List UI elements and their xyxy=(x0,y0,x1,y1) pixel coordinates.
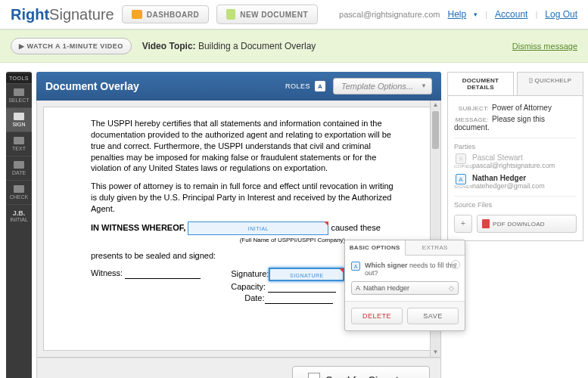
source-files-header: Source Files xyxy=(454,196,577,209)
sidebar: DOCUMENT DETAILS ⍰ QUICKHELP SUBJECT:Pow… xyxy=(447,72,583,378)
dismiss-link[interactable]: Dismiss message xyxy=(512,42,577,51)
title-bar: Document Overlay ROLESA Template Options… xyxy=(36,72,441,101)
tool-select[interactable]: SELECT xyxy=(6,83,32,107)
scroll-thumb[interactable] xyxy=(432,111,439,149)
signer-question: A Which signer needs to fill this out? xyxy=(351,262,459,277)
copied-badge-icon: ⎘ xyxy=(456,153,466,164)
capacity-line: Capacity: xyxy=(231,281,344,293)
logo: RightSignature xyxy=(11,6,114,23)
witness-line: Witness: xyxy=(91,268,201,304)
video-topic: Video Topic: Building a Document Overlay xyxy=(142,41,316,51)
dashboard-button[interactable]: DASHBOARD xyxy=(122,5,210,23)
tool-date[interactable]: DATE xyxy=(6,156,32,180)
doc-whereof-line: IN WITNESS WHEREOF, INITIAL caused these xyxy=(91,222,396,235)
pdf-icon xyxy=(482,219,490,228)
tab-quickhelp[interactable]: ⍰ QUICKHELP xyxy=(517,72,583,95)
party-row: ASIGNER Nathan Hedgernatehedger@gmail.co… xyxy=(454,174,577,190)
subject-value: Power of Attorney xyxy=(492,104,552,112)
signer-select[interactable]: ANathan Hedger◇ xyxy=(351,281,459,295)
signer-badge-icon: A xyxy=(456,174,466,184)
tool-sign[interactable]: SIGN xyxy=(6,107,32,132)
popup-tab-extras[interactable]: EXTRAS xyxy=(406,240,465,256)
watch-video-button[interactable]: ▶ WATCH A 1-MINUTE VIDEO xyxy=(11,38,132,54)
tab-document-details[interactable]: DOCUMENT DETAILS xyxy=(447,72,514,95)
signature-field[interactable]: SIGNATURE xyxy=(269,268,344,281)
parties-header: Parties xyxy=(454,138,577,150)
scroll-up-icon[interactable]: ▲ xyxy=(431,101,440,110)
account-link[interactable]: Account xyxy=(495,9,527,20)
date-line: Date: xyxy=(231,293,344,304)
template-options-dropdown[interactable]: Template Options... xyxy=(333,78,432,94)
tool-initial[interactable]: J.B.INITIAL xyxy=(6,204,32,227)
signature-line: Signature:SIGNATURE xyxy=(231,268,344,281)
save-button[interactable]: SAVE xyxy=(407,308,459,324)
new-document-button[interactable]: NEW DOCUMENT xyxy=(216,5,318,24)
logout-link[interactable]: Log Out xyxy=(545,9,577,20)
tool-text[interactable]: TEXT xyxy=(6,132,32,156)
footer: DRAG & DROP COMPONENTS FROM THE TOOLBAR … xyxy=(36,358,441,378)
signature-icon xyxy=(308,373,320,378)
scroll-down-icon[interactable]: ▼ xyxy=(431,348,440,357)
tool-check[interactable]: CHECK xyxy=(6,180,32,204)
role-badge-icon: A xyxy=(315,81,325,91)
pdf-download-button[interactable]: PDF DOWNLOAD xyxy=(477,215,577,233)
doc-paragraph: The USPPI hereby certifies that all stat… xyxy=(91,118,396,174)
party-row: ⎘COPIED Pascal Stewartpascal@rightsignat… xyxy=(454,153,577,169)
help-link[interactable]: Help xyxy=(448,9,467,20)
new-doc-icon xyxy=(226,9,235,20)
video-banner: ▶ WATCH A 1-MINUTE VIDEO Video Topic: Bu… xyxy=(0,29,588,63)
toolbar: TOOLS SELECT SIGN TEXT DATE CHECK J.B.IN… xyxy=(6,72,32,378)
dashboard-icon xyxy=(132,10,142,19)
delete-button[interactable]: DELETE xyxy=(351,308,403,324)
help-icon[interactable]: ? xyxy=(451,260,460,269)
field-options-popup: BASIC OPTIONS EXTRAS ? A Which signer ne… xyxy=(344,240,465,331)
header: RightSignature DASHBOARD NEW DOCUMENT pa… xyxy=(0,0,588,29)
popup-tab-basic[interactable]: BASIC OPTIONS xyxy=(345,240,406,256)
toolbar-header: TOOLS xyxy=(6,73,32,83)
signer-badge-icon: A xyxy=(351,262,360,271)
details-panel: SUBJECT:Power of Attorney MESSAGE:Please… xyxy=(447,95,583,241)
user-email: pascal@rightsignature.com xyxy=(339,10,440,19)
roles-label[interactable]: ROLESA xyxy=(285,81,325,91)
doc-paragraph: This power of attorney is to remain in f… xyxy=(91,181,396,215)
initial-field[interactable]: INITIAL xyxy=(188,222,328,235)
send-signature-button[interactable]: Send for Signature xyxy=(292,366,430,378)
add-file-button[interactable]: + xyxy=(454,215,472,233)
page-title: Document Overlay xyxy=(45,80,139,92)
